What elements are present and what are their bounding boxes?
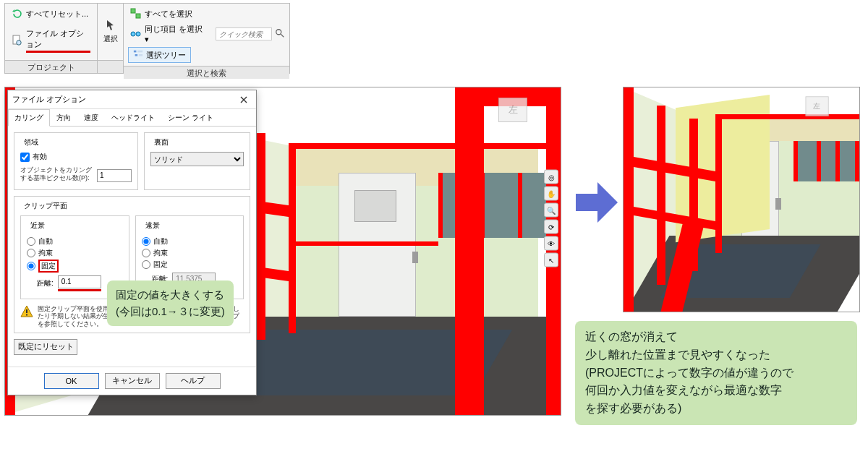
ok-button[interactable]: OK: [44, 373, 99, 389]
select-same-icon: [130, 28, 142, 40]
file-options-dialog: ファイル オプション カリング 方向 速度 ヘッドライト シーン ライト 領域 …: [7, 90, 257, 395]
ribbon-group-select: 選択: [98, 4, 124, 73]
backface-select[interactable]: ソリッド: [150, 152, 244, 166]
cancel-button[interactable]: キャンセル: [105, 373, 160, 389]
callout2-l5: を探す必要がある): [585, 400, 847, 418]
svg-point-1: [17, 40, 21, 45]
viewcube[interactable]: 左: [484, 92, 540, 132]
callout2-l1: 近くの窓が消えて: [585, 328, 847, 346]
tree-icon: [133, 49, 143, 61]
select-button[interactable]: 選択: [98, 4, 123, 60]
nav-steering-icon[interactable]: ◎: [544, 170, 558, 184]
svg-point-4: [131, 32, 135, 36]
dialog-tabs: カリング 方向 速度 ヘッドライト シーン ライト: [8, 109, 256, 127]
selection-tree-button[interactable]: 選択ツリー: [128, 47, 191, 63]
near-auto[interactable]: 自動: [27, 236, 123, 247]
warning-icon: [20, 305, 33, 318]
pixel-cull-input[interactable]: [97, 169, 132, 182]
far-fixed[interactable]: 固定: [142, 260, 238, 270]
callout-result: 近くの窓が消えて 少し離れた位置まで見やすくなった (PROJECTによって数字…: [575, 321, 857, 425]
viewcube-after[interactable]: 左: [794, 92, 839, 124]
file-options-button[interactable]: ファイル オプション: [9, 27, 93, 54]
ribbon-group-select-label: [98, 60, 123, 73]
legend-far: 遠景: [143, 220, 162, 231]
nav-orbit-icon[interactable]: ⟳: [544, 220, 558, 234]
nav-cursor-icon[interactable]: ↖: [544, 253, 558, 267]
tab-scenelight[interactable]: シーン ライト: [161, 109, 220, 126]
svg-rect-12: [26, 309, 27, 313]
arrow-icon: [576, 182, 616, 223]
fieldset-backface: 裏面 ソリッド: [144, 132, 250, 190]
close-icon[interactable]: [236, 93, 252, 106]
select-all-button[interactable]: すべてを選択: [128, 7, 195, 21]
select-label: 選択: [103, 34, 118, 44]
select-same-label: 同じ項目 を選択 ▾: [145, 24, 208, 44]
ribbon-group-search-label: 選択と検索: [124, 66, 289, 79]
legend-region: 領域: [22, 137, 41, 147]
reset-all-button[interactable]: すべてリセット...: [9, 7, 93, 21]
callout-fixed-value: 固定の値を大きくする (今回は0.1→３に変更): [107, 280, 234, 326]
quick-search: [216, 27, 285, 40]
dialog-footer: OK キャンセル ヘルプ: [8, 367, 256, 395]
nav-zoom-icon[interactable]: 🔍: [544, 203, 558, 218]
svg-rect-9: [137, 51, 142, 53]
doc-gear-icon: [12, 35, 23, 46]
search-icon[interactable]: [275, 28, 285, 40]
nav-pan-icon[interactable]: ✋: [544, 187, 558, 201]
svg-rect-8: [134, 51, 137, 53]
tab-headlight[interactable]: ヘッドライト: [105, 109, 161, 126]
reset-all-label: すべてリセット...: [26, 9, 88, 20]
reset-defaults-button[interactable]: 既定にリセット: [14, 339, 77, 355]
near-distance-label: 距離:: [37, 278, 54, 288]
near-constrain[interactable]: 拘束: [27, 248, 123, 258]
ribbon-group-project: すべてリセット... ファイル オプション プロジェクト: [5, 4, 98, 73]
dialog-titlebar[interactable]: ファイル オプション: [8, 90, 256, 109]
near-distance-input[interactable]: [58, 275, 101, 288]
callout1-line2: (今回は0.1→３に変更): [116, 303, 225, 320]
tab-direction[interactable]: 方向: [50, 109, 77, 126]
callout2-l4: 何回か入力値を変えながら最適な数字: [585, 382, 847, 400]
select-same-button[interactable]: 同じ項目 を選択 ▾: [128, 22, 210, 46]
nav-bar: ◎ ✋ 🔍 ⟳ 👁 ↖: [543, 170, 559, 267]
legend-clip: クリップ平面: [22, 201, 69, 211]
svg-rect-3: [136, 14, 140, 18]
svg-rect-2: [131, 9, 135, 13]
far-auto[interactable]: 自動: [142, 236, 238, 247]
callout1-line1: 固定の値を大きくする: [116, 286, 225, 303]
file-options-label: ファイル オプション: [26, 28, 90, 53]
tab-speed[interactable]: 速度: [77, 109, 105, 126]
select-all-icon: [130, 8, 142, 20]
viewcube-face[interactable]: 左: [498, 98, 527, 122]
legend-backface: 裏面: [152, 137, 171, 147]
callout2-l3: (PROJECTによって数字の値が違うので: [585, 364, 847, 382]
near-fixed[interactable]: 固定: [27, 260, 123, 273]
legend-near: 近景: [28, 220, 47, 231]
viewport-after[interactable]: 左: [623, 87, 860, 312]
svg-point-6: [276, 30, 281, 35]
refresh-icon: [12, 8, 23, 20]
viewcube-after-face[interactable]: 左: [806, 96, 829, 116]
dialog-title: ファイル オプション: [12, 94, 86, 105]
svg-rect-11: [139, 54, 142, 56]
checkbox-enable-input[interactable]: [20, 153, 30, 162]
svg-line-7: [281, 34, 284, 37]
checkbox-enable-label: 有効: [33, 152, 47, 162]
quick-search-input[interactable]: [216, 27, 272, 40]
ribbon-group-search: すべてを選択 同じ項目 を選択 ▾: [124, 4, 289, 73]
fieldset-region: 領域 有効 オブジェクトをカリングする基準ピクセル数(P):: [14, 132, 138, 190]
ribbon-group-project-label: プロジェクト: [5, 60, 97, 73]
svg-rect-10: [135, 54, 138, 56]
help-button[interactable]: ヘルプ: [166, 373, 221, 389]
nav-look-icon[interactable]: 👁: [544, 236, 558, 251]
selection-tree-label: 選択ツリー: [146, 50, 186, 61]
checkbox-enable[interactable]: 有効: [20, 152, 132, 162]
far-constrain[interactable]: 拘束: [142, 248, 238, 258]
tab-culling[interactable]: カリング: [8, 109, 50, 127]
svg-rect-13: [26, 314, 27, 315]
ribbon: すべてリセット... ファイル オプション プロジェクト 選択: [4, 3, 290, 74]
cursor-icon: [105, 20, 116, 33]
svg-point-5: [136, 32, 140, 36]
select-all-label: すべてを選択: [145, 9, 192, 20]
pixel-cull-label: オブジェクトをカリングする基準ピクセル数(P):: [20, 166, 93, 182]
callout2-l2: 少し離れた位置まで見やすくなった: [585, 346, 847, 364]
